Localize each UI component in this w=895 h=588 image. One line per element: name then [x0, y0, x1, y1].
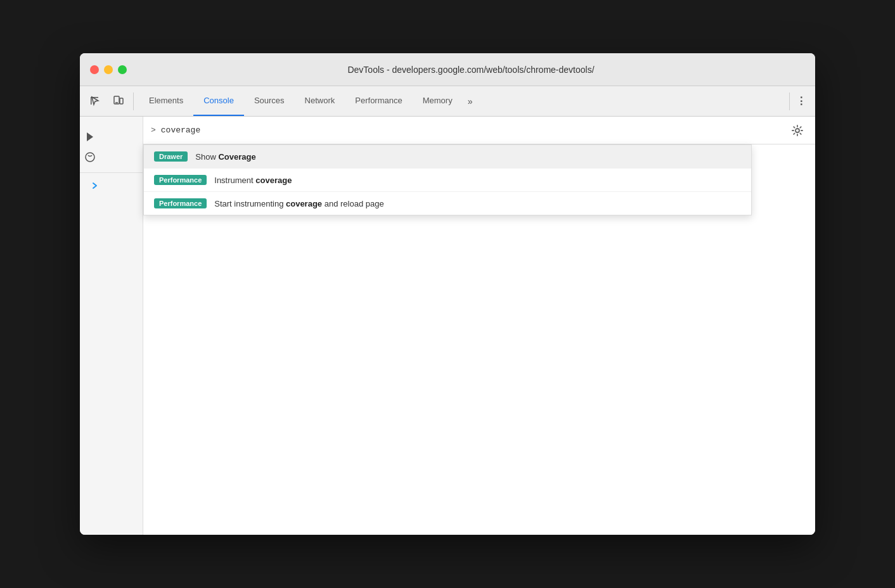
tab-overflow-button[interactable]: » [463, 86, 478, 116]
sidebar-top-section [80, 122, 143, 173]
gear-icon [791, 124, 804, 137]
tab-sources[interactable]: Sources [244, 86, 295, 116]
settings-button[interactable] [787, 120, 808, 141]
device-mode-button[interactable] [108, 91, 128, 112]
badge-performance-1: Performance [154, 175, 207, 185]
close-button[interactable] [90, 65, 99, 74]
window-controls [90, 65, 127, 74]
run-button[interactable] [80, 127, 100, 147]
inspect-element-button[interactable] [85, 91, 105, 112]
svg-marker-5 [87, 132, 93, 141]
svg-point-6 [86, 153, 94, 162]
svg-point-7 [795, 129, 799, 132]
main-toolbar: Elements Console Sources Network Perform… [80, 86, 815, 117]
window-title: DevTools - developers.google.com/web/too… [137, 65, 805, 75]
autocomplete-item-2[interactable]: Performance Start instrumenting coverage… [144, 192, 751, 215]
tab-elements[interactable]: Elements [139, 86, 193, 116]
device-icon [112, 96, 124, 107]
sidebar [80, 117, 143, 535]
console-input-bar[interactable]: > coverage [143, 117, 815, 144]
svg-rect-3 [120, 98, 123, 104]
title-bar: DevTools - developers.google.com/web/too… [80, 53, 815, 86]
content-area: > coverage Drawer Show Coverage [80, 117, 815, 535]
svg-rect-0 [91, 97, 98, 98]
clear-icon [84, 151, 96, 163]
tab-performance[interactable]: Performance [345, 86, 412, 116]
console-input-field[interactable]: coverage [161, 125, 808, 135]
autocomplete-text-2: Start instrumenting coverage and reload … [214, 199, 383, 208]
run-icon [84, 131, 96, 143]
tab-memory[interactable]: Memory [413, 86, 463, 116]
svg-rect-1 [91, 97, 92, 105]
devtools-window: DevTools - developers.google.com/web/too… [80, 53, 815, 535]
more-options-button[interactable]: ⋮ [792, 91, 810, 112]
autocomplete-item-1[interactable]: Performance Instrument coverage [144, 169, 751, 192]
toolbar-right: ⋮ [787, 91, 810, 112]
autocomplete-item-0[interactable]: Drawer Show Coverage [144, 145, 751, 169]
toolbar-separator-right [789, 93, 790, 110]
tab-console[interactable]: Console [193, 86, 244, 116]
sidebar-expand-button[interactable] [87, 178, 103, 193]
minimize-button[interactable] [104, 65, 113, 74]
console-prompt: > [151, 125, 156, 135]
clear-button[interactable] [80, 147, 100, 167]
autocomplete-text-1: Instrument coverage [214, 176, 292, 185]
tab-network[interactable]: Network [295, 86, 345, 116]
badge-performance-2: Performance [154, 198, 207, 208]
maximize-button[interactable] [118, 65, 127, 74]
badge-drawer: Drawer [154, 151, 188, 162]
main-content: > coverage Drawer Show Coverage [143, 117, 815, 535]
tab-bar: Elements Console Sources Network Perform… [139, 86, 784, 116]
autocomplete-dropdown: Drawer Show Coverage Performance Instrum… [143, 144, 752, 215]
autocomplete-text-0: Show Coverage [195, 152, 255, 162]
cursor-icon [89, 96, 101, 107]
toolbar-separator [133, 93, 134, 110]
